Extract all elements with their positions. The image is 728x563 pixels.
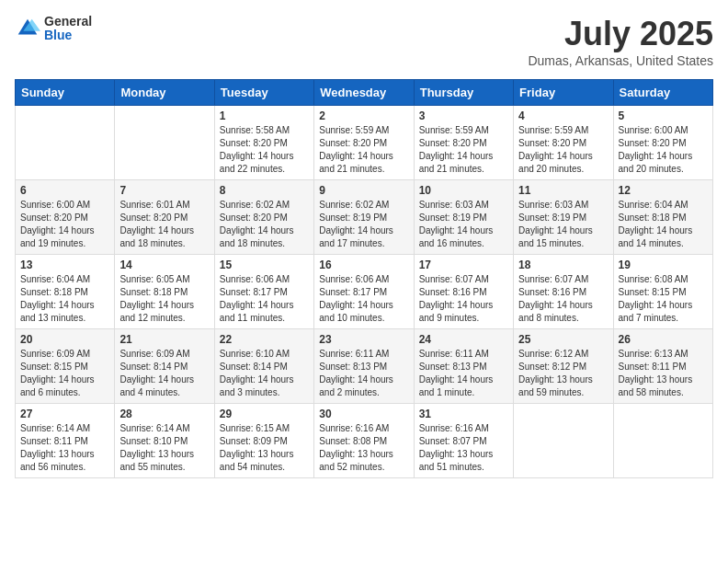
day-number: 19 xyxy=(619,259,708,271)
calendar-day-cell: 16Sunrise: 6:06 AMSunset: 8:17 PMDayligh… xyxy=(314,255,414,329)
calendar-week-row: 20Sunrise: 6:09 AMSunset: 8:15 PMDayligh… xyxy=(16,329,713,404)
calendar-day-cell: 30Sunrise: 6:16 AMSunset: 8:08 PMDayligh… xyxy=(314,404,414,478)
calendar-day-cell: 18Sunrise: 6:07 AMSunset: 8:16 PMDayligh… xyxy=(514,255,613,329)
day-info: Sunrise: 6:00 AMSunset: 8:20 PMDaylight:… xyxy=(20,199,109,250)
weekday-header: Wednesday xyxy=(314,80,414,106)
weekday-header: Tuesday xyxy=(214,80,313,106)
day-number: 9 xyxy=(319,184,408,197)
day-number: 8 xyxy=(220,184,309,197)
main-title: July 2025 xyxy=(528,15,713,53)
day-number: 16 xyxy=(319,259,408,271)
calendar-day-cell: 24Sunrise: 6:11 AMSunset: 8:13 PMDayligh… xyxy=(414,329,513,404)
day-info: Sunrise: 5:59 AMSunset: 8:20 PMDaylight:… xyxy=(319,124,408,176)
day-info: Sunrise: 6:09 AMSunset: 8:15 PMDaylight:… xyxy=(20,348,109,399)
day-info: Sunrise: 6:10 AMSunset: 8:14 PMDaylight:… xyxy=(220,348,309,399)
day-info: Sunrise: 6:08 AMSunset: 8:15 PMDaylight:… xyxy=(619,273,708,325)
weekday-header: Monday xyxy=(115,80,214,106)
day-info: Sunrise: 6:16 AMSunset: 8:07 PMDaylight:… xyxy=(419,422,508,474)
sub-title: Dumas, Arkansas, United States xyxy=(528,53,713,68)
day-number: 29 xyxy=(220,408,309,420)
calendar-day-cell xyxy=(613,404,712,478)
calendar-day-cell: 12Sunrise: 6:04 AMSunset: 8:18 PMDayligh… xyxy=(613,180,712,255)
day-info: Sunrise: 6:01 AMSunset: 8:20 PMDaylight:… xyxy=(119,199,209,250)
title-block: July 2025 Dumas, Arkansas, United States xyxy=(528,15,713,68)
calendar-day-cell: 3Sunrise: 5:59 AMSunset: 8:20 PMDaylight… xyxy=(414,106,513,180)
calendar-day-cell: 26Sunrise: 6:13 AMSunset: 8:11 PMDayligh… xyxy=(613,329,712,404)
day-info: Sunrise: 6:07 AMSunset: 8:16 PMDaylight:… xyxy=(518,273,608,325)
day-info: Sunrise: 5:59 AMSunset: 8:20 PMDaylight:… xyxy=(518,124,608,176)
logo-general: General xyxy=(44,15,92,29)
calendar-day-cell: 23Sunrise: 6:11 AMSunset: 8:13 PMDayligh… xyxy=(314,329,414,404)
calendar-day-cell: 25Sunrise: 6:12 AMSunset: 8:12 PMDayligh… xyxy=(514,329,613,404)
day-info: Sunrise: 6:00 AMSunset: 8:20 PMDaylight:… xyxy=(619,124,708,176)
calendar-day-cell: 10Sunrise: 6:03 AMSunset: 8:19 PMDayligh… xyxy=(414,180,513,255)
day-info: Sunrise: 6:02 AMSunset: 8:19 PMDaylight:… xyxy=(319,199,408,250)
day-info: Sunrise: 6:12 AMSunset: 8:12 PMDaylight:… xyxy=(518,348,608,399)
day-info: Sunrise: 6:07 AMSunset: 8:16 PMDaylight:… xyxy=(419,273,508,325)
weekday-header: Friday xyxy=(514,80,613,106)
calendar-day-cell: 21Sunrise: 6:09 AMSunset: 8:14 PMDayligh… xyxy=(115,329,214,404)
calendar-day-cell xyxy=(16,106,115,180)
calendar-day-cell: 9Sunrise: 6:02 AMSunset: 8:19 PMDaylight… xyxy=(314,180,414,255)
day-info: Sunrise: 6:06 AMSunset: 8:17 PMDaylight:… xyxy=(319,273,408,325)
day-info: Sunrise: 6:14 AMSunset: 8:10 PMDaylight:… xyxy=(119,422,209,474)
weekday-header: Sunday xyxy=(16,80,115,106)
day-info: Sunrise: 6:11 AMSunset: 8:13 PMDaylight:… xyxy=(319,348,408,399)
calendar-week-row: 6Sunrise: 6:00 AMSunset: 8:20 PMDaylight… xyxy=(16,180,713,255)
day-info: Sunrise: 6:02 AMSunset: 8:20 PMDaylight:… xyxy=(220,199,309,250)
day-number: 20 xyxy=(20,333,109,346)
day-number: 2 xyxy=(319,109,408,122)
day-number: 26 xyxy=(619,333,708,346)
day-info: Sunrise: 6:06 AMSunset: 8:17 PMDaylight:… xyxy=(220,273,309,325)
logo-blue: Blue xyxy=(44,29,92,42)
day-number: 14 xyxy=(119,259,209,271)
weekday-header: Thursday xyxy=(414,80,513,106)
calendar-header-row: SundayMondayTuesdayWednesdayThursdayFrid… xyxy=(16,80,713,106)
page-header: General Blue July 2025 Dumas, Arkansas, … xyxy=(15,15,713,68)
day-number: 13 xyxy=(20,259,109,271)
logo-icon xyxy=(15,16,40,41)
day-info: Sunrise: 5:58 AMSunset: 8:20 PMDaylight:… xyxy=(220,124,309,176)
day-number: 6 xyxy=(20,184,109,197)
day-number: 17 xyxy=(419,259,508,271)
day-info: Sunrise: 5:59 AMSunset: 8:20 PMDaylight:… xyxy=(419,124,508,176)
day-info: Sunrise: 6:15 AMSunset: 8:09 PMDaylight:… xyxy=(220,422,309,474)
day-info: Sunrise: 6:09 AMSunset: 8:14 PMDaylight:… xyxy=(119,348,209,399)
day-number: 10 xyxy=(419,184,508,197)
calendar-day-cell: 14Sunrise: 6:05 AMSunset: 8:18 PMDayligh… xyxy=(115,255,214,329)
day-number: 24 xyxy=(419,333,508,346)
weekday-header: Saturday xyxy=(613,80,712,106)
calendar-day-cell: 15Sunrise: 6:06 AMSunset: 8:17 PMDayligh… xyxy=(214,255,313,329)
calendar-day-cell: 19Sunrise: 6:08 AMSunset: 8:15 PMDayligh… xyxy=(613,255,712,329)
day-number: 12 xyxy=(619,184,708,197)
day-number: 23 xyxy=(319,333,408,346)
calendar-day-cell: 4Sunrise: 5:59 AMSunset: 8:20 PMDaylight… xyxy=(514,106,613,180)
logo: General Blue xyxy=(15,15,92,43)
day-info: Sunrise: 6:16 AMSunset: 8:08 PMDaylight:… xyxy=(319,422,408,474)
calendar-day-cell: 27Sunrise: 6:14 AMSunset: 8:11 PMDayligh… xyxy=(16,404,115,478)
day-info: Sunrise: 6:05 AMSunset: 8:18 PMDaylight:… xyxy=(119,273,209,325)
day-number: 31 xyxy=(419,408,508,420)
calendar-day-cell: 31Sunrise: 6:16 AMSunset: 8:07 PMDayligh… xyxy=(414,404,513,478)
day-number: 18 xyxy=(518,259,608,271)
logo-text: General Blue xyxy=(44,15,92,43)
day-number: 15 xyxy=(220,259,309,271)
calendar-day-cell: 13Sunrise: 6:04 AMSunset: 8:18 PMDayligh… xyxy=(16,255,115,329)
day-number: 7 xyxy=(119,184,209,197)
calendar-day-cell: 28Sunrise: 6:14 AMSunset: 8:10 PMDayligh… xyxy=(115,404,214,478)
day-number: 27 xyxy=(20,408,109,420)
calendar-week-row: 1Sunrise: 5:58 AMSunset: 8:20 PMDaylight… xyxy=(16,106,713,180)
day-info: Sunrise: 6:14 AMSunset: 8:11 PMDaylight:… xyxy=(20,422,109,474)
calendar-day-cell: 5Sunrise: 6:00 AMSunset: 8:20 PMDaylight… xyxy=(613,106,712,180)
day-info: Sunrise: 6:04 AMSunset: 8:18 PMDaylight:… xyxy=(20,273,109,325)
day-info: Sunrise: 6:13 AMSunset: 8:11 PMDaylight:… xyxy=(619,348,708,399)
calendar-table: SundayMondayTuesdayWednesdayThursdayFrid… xyxy=(15,79,713,478)
calendar-day-cell: 8Sunrise: 6:02 AMSunset: 8:20 PMDaylight… xyxy=(214,180,313,255)
day-number: 3 xyxy=(419,109,508,122)
calendar-week-row: 27Sunrise: 6:14 AMSunset: 8:11 PMDayligh… xyxy=(16,404,713,478)
calendar-week-row: 13Sunrise: 6:04 AMSunset: 8:18 PMDayligh… xyxy=(16,255,713,329)
calendar-day-cell: 6Sunrise: 6:00 AMSunset: 8:20 PMDaylight… xyxy=(16,180,115,255)
calendar-day-cell: 7Sunrise: 6:01 AMSunset: 8:20 PMDaylight… xyxy=(115,180,214,255)
day-number: 4 xyxy=(518,109,608,122)
calendar-day-cell: 17Sunrise: 6:07 AMSunset: 8:16 PMDayligh… xyxy=(414,255,513,329)
